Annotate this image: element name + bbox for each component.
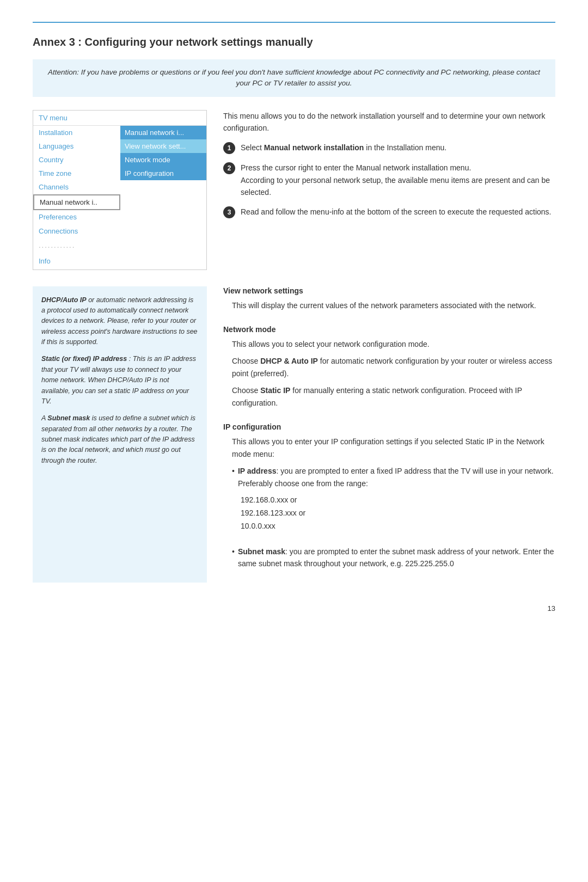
tv-menu-left-installation[interactable]: Installation (33, 126, 120, 139)
tv-menu-row: Country Network mode (33, 153, 206, 167)
network-mode-body: This allows you to select your network c… (232, 338, 555, 409)
network-mode-text1: This allows you to select your network c… (232, 338, 555, 351)
tv-menu-row: Manual network i.. (33, 194, 206, 210)
tv-menu-left-languages[interactable]: Languages (33, 139, 120, 153)
view-network-title: View network settings (223, 286, 555, 295)
view-network-text: This will display the current values of … (232, 299, 555, 312)
step-list: 1 Select Manual network installation in … (223, 142, 555, 218)
step-item-1: 1 Select Manual network installation in … (223, 142, 555, 154)
step-number-1: 1 (223, 142, 235, 154)
dhcp-info: DHCP/Auto IP or automatic network addres… (41, 295, 198, 348)
tv-menu-right-networkmode[interactable]: Network mode (120, 153, 206, 167)
static-title: Static (or fixed) IP address (41, 355, 127, 363)
tv-menu-right-viewnetwork[interactable]: View network sett... (120, 139, 206, 153)
network-mode-text3: Choose Static IP for manually entering a… (232, 384, 555, 409)
top-border (33, 22, 555, 23)
bullet-dot-1: • (232, 465, 235, 477)
dhcp-title: DHCP/Auto IP (41, 296, 87, 304)
tv-menu-info-label: Info (39, 257, 51, 265)
right-panel: This menu allows you to do the network i… (223, 110, 555, 270)
tv-menu-header: TV menu (33, 111, 206, 126)
attention-text: Attention: If you have problems or quest… (48, 68, 540, 87)
info-sidebar: DHCP/Auto IP or automatic network addres… (33, 286, 207, 583)
tv-menu: TV menu Installation Manual network i...… (33, 110, 207, 270)
right-sections: View network settings This will display … (223, 286, 555, 583)
ip-config-title: IP configuration (223, 422, 555, 431)
view-network-body: This will display the current values of … (232, 299, 555, 312)
subnet-intro: A (41, 414, 47, 422)
intro-text: This menu allows you to do the network i… (223, 110, 555, 134)
tv-menu-right-ipconfig[interactable]: IP configuration (120, 167, 206, 180)
tv-menu-right-manual[interactable]: Manual network i... (120, 126, 206, 139)
step-text-2: Press the cursor right to enter the Manu… (241, 162, 555, 198)
tv-menu-row: Installation Manual network i... (33, 126, 206, 139)
tv-menu-left-channels[interactable]: Channels (33, 180, 120, 194)
ip-config-section: IP configuration This allows you to ente… (223, 422, 555, 569)
tv-menu-left-preferences[interactable]: Preferences (33, 210, 120, 224)
ip-range: 192.168.0.xxx or 192.168.123.xxx or 10.0… (241, 494, 555, 532)
static-info: Static (or fixed) IP address : This is a… (41, 354, 198, 407)
tv-menu-left-dotted: ............ (33, 238, 120, 253)
tv-menu-left-connections[interactable]: Connections (33, 224, 120, 238)
step-item-2: 2 Press the cursor right to enter the Ma… (223, 162, 555, 198)
ip-config-intro: This allows you to enter your IP configu… (232, 436, 555, 461)
tv-menu-info-row: Info (33, 253, 206, 270)
left-panel: TV menu Installation Manual network i...… (33, 110, 207, 270)
tv-menu-row: Connections (33, 224, 206, 238)
tv-menu-row: ............ (33, 238, 206, 253)
network-mode-section: Network mode This allows you to select y… (223, 325, 555, 409)
tv-menu-left-manualnetwork[interactable]: Manual network i.. (33, 194, 120, 210)
subnet-title: Subnet mask (47, 414, 90, 422)
ip-config-body: This allows you to enter your IP configu… (232, 436, 555, 569)
step-item-3: 3 Read and follow the menu-info at the b… (223, 206, 555, 218)
view-network-section: View network settings This will display … (223, 286, 555, 312)
step-text-3: Read and follow the menu-info at the bot… (241, 206, 551, 218)
lower-area: DHCP/Auto IP or automatic network addres… (33, 286, 555, 583)
subnet-bullet: • Subnet mask: you are prompted to enter… (232, 546, 555, 570)
subnet-info: A Subnet mask is used to define a subnet… (41, 413, 198, 466)
network-mode-text2: Choose DHCP & Auto IP for automatic netw… (232, 355, 555, 380)
tv-menu-row: Languages View network sett... (33, 139, 206, 153)
tv-menu-row: Preferences (33, 210, 206, 224)
page-number: 13 (33, 604, 555, 612)
ip-address-bullet: • IP address: you are prompted to enter … (232, 465, 555, 489)
tv-menu-title: TV menu (39, 114, 68, 122)
tv-menu-row: Time zone IP configuration (33, 167, 206, 180)
bullet-dot-2: • (232, 546, 235, 558)
network-mode-title: Network mode (223, 325, 555, 334)
ip-address-text: IP address: you are prompted to enter a … (238, 465, 555, 489)
attention-box: Attention: If you have problems or quest… (33, 59, 555, 97)
main-content: TV menu Installation Manual network i...… (33, 110, 555, 270)
step-number-3: 3 (223, 206, 235, 218)
step-number-2: 2 (223, 162, 235, 174)
tv-menu-left-country[interactable]: Country (33, 153, 120, 167)
step-text-1: Select Manual network installation in th… (241, 142, 446, 154)
page-title: Annex 3 : Configuring your network setti… (33, 36, 555, 48)
tv-menu-row: Channels (33, 180, 206, 194)
subnet-text: Subnet mask: you are prompted to enter t… (238, 546, 555, 570)
tv-menu-left-timezone[interactable]: Time zone (33, 167, 120, 180)
